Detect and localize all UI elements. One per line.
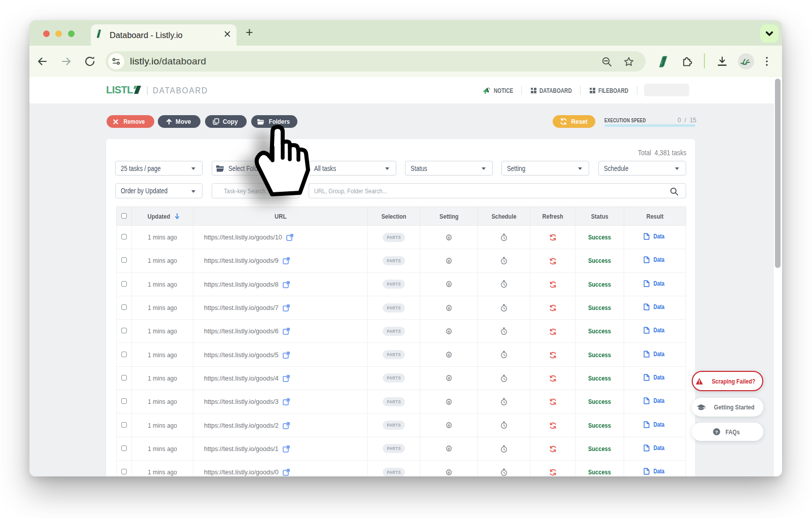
svg-text:?: ? (715, 429, 718, 435)
